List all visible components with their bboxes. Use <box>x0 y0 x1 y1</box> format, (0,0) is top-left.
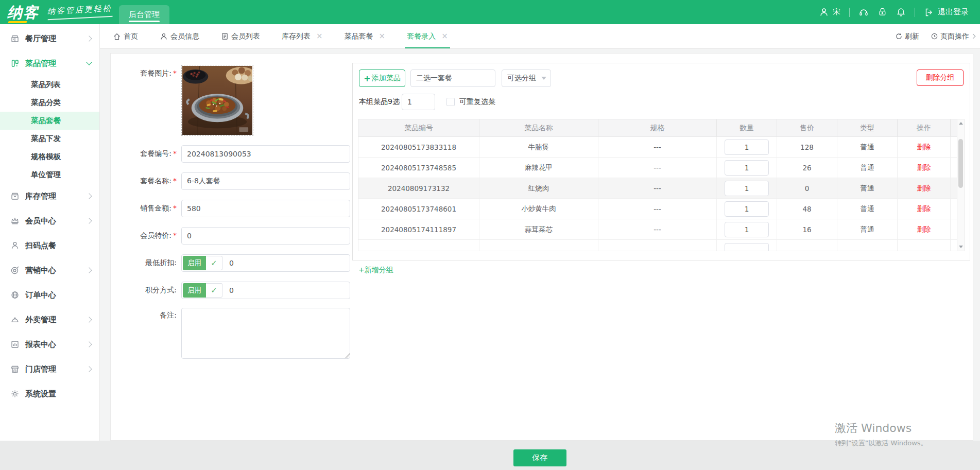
sidebar-item-order-center[interactable]: 订单中心 <box>0 283 99 307</box>
sidebar-item-stores[interactable]: 门店管理 <box>0 357 99 381</box>
sidebar-item-restaurant[interactable]: 餐厅管理 <box>0 26 99 51</box>
scroll-up-arrow[interactable] <box>957 119 964 127</box>
headset-icon[interactable] <box>858 7 869 18</box>
sidebar-item-marketing[interactable]: 营销中心 <box>0 258 99 283</box>
sidebar-subitem-label: 单位管理 <box>31 170 61 180</box>
delete-dish-link[interactable]: 删除 <box>917 204 931 214</box>
cell-dish-code: 20240805173833118 <box>358 137 479 157</box>
sidebar-subitem-dish-list[interactable]: 菜品列表 <box>0 76 99 94</box>
qty-input[interactable] <box>725 222 769 237</box>
points-value[interactable]: 0 <box>229 286 234 294</box>
group-name-input[interactable] <box>410 69 495 87</box>
add-dish-button[interactable]: + 添加菜品 <box>359 69 405 87</box>
delete-dish-link[interactable]: 删除 <box>917 143 931 152</box>
qty-input[interactable] <box>725 201 769 217</box>
table-row-partial <box>358 240 964 251</box>
logout-button[interactable]: 退出登录 <box>924 7 969 18</box>
brand-tagline: 纳客管店更轻松 <box>47 4 112 21</box>
min-discount-value[interactable]: 0 <box>229 259 234 267</box>
delete-dish-link[interactable]: 删除 <box>917 163 931 172</box>
sidebar-item-label: 系统设置 <box>25 389 56 399</box>
person-icon <box>10 241 20 250</box>
delete-dish-link[interactable]: 删除 <box>917 225 931 234</box>
refresh-button[interactable]: 刷新 <box>895 32 919 41</box>
sidebar-item-reports[interactable]: 报表中心 <box>0 332 99 357</box>
cell-dish-spec: --- <box>598 199 717 219</box>
enable-toggle-button[interactable]: 启用 <box>183 283 206 298</box>
table-row: 20240805173748601小炒黄牛肉---48普通删除 <box>358 199 964 219</box>
qty-input[interactable] <box>725 243 769 251</box>
tab-close-icon[interactable]: × <box>441 32 448 40</box>
tab-home[interactable]: 首页 <box>113 24 138 48</box>
delete-dish-link[interactable]: 删除 <box>917 184 931 193</box>
pick-count-input[interactable] <box>402 94 435 110</box>
group-type-select[interactable]: 可选分组 <box>502 69 551 87</box>
sale-amount-input[interactable] <box>181 200 350 217</box>
scroll-down-arrow[interactable] <box>957 243 964 251</box>
tab-close-icon[interactable]: × <box>316 32 323 40</box>
user-menu[interactable]: 宋 <box>819 7 840 18</box>
qty-input[interactable] <box>725 181 769 196</box>
sidebar-item-label: 报表中心 <box>25 340 56 350</box>
tab-member-list[interactable]: 会员列表 <box>221 24 260 48</box>
app-root: 纳客 纳客管店更轻松 后台管理 宋 <box>0 0 980 470</box>
watermark-line1: 激活 Windows <box>835 421 927 436</box>
sidebar-subitem-unit-management[interactable]: 单位管理 <box>0 166 99 184</box>
crown-icon <box>10 216 20 225</box>
cell-dish-type: 普通 <box>837 158 898 178</box>
combo-image-upload[interactable] <box>181 65 253 136</box>
column-header-name: 菜品名称 <box>479 119 598 136</box>
sidebar-item-inventory[interactable]: 库存管理 <box>0 184 99 208</box>
page-actions-button[interactable]: 页面操作 <box>931 32 975 41</box>
sidebar-item-label: 菜品管理 <box>25 59 56 68</box>
check-icon[interactable]: ✓ <box>206 256 222 270</box>
table-vertical-scrollbar[interactable] <box>957 119 964 251</box>
sidebar-subitem-dish-combo[interactable]: 菜品套餐 <box>0 112 99 130</box>
sidebar-item-dish-management[interactable]: 菜品管理 <box>0 51 99 76</box>
required-mark: * <box>173 231 177 239</box>
sidebar-item-takeout[interactable]: 外卖管理 <box>0 307 99 332</box>
tab-inventory-list[interactable]: 库存列表 × <box>282 24 323 48</box>
qty-input[interactable] <box>725 140 769 155</box>
sidebar-subitem-dish-dispatch[interactable]: 菜品下发 <box>0 130 99 148</box>
combo-code-input[interactable] <box>181 145 350 163</box>
cell-dish-qty <box>717 178 777 198</box>
scrollbar-thumb[interactable] <box>958 139 963 188</box>
field-label: 最低折扣: <box>121 258 177 268</box>
group-rule-row: 本组菜品9选 可重复选菜 <box>359 93 495 111</box>
footer-strip <box>0 441 980 470</box>
sidebar-subitem-dish-category[interactable]: 菜品分类 <box>0 94 99 112</box>
enable-toggle-button[interactable]: 启用 <box>183 256 206 270</box>
tab-member-info[interactable]: 会员信息 <box>160 24 199 48</box>
caret-down-icon <box>541 77 546 80</box>
repeat-checkbox[interactable] <box>446 98 455 106</box>
check-icon[interactable]: ✓ <box>206 283 222 298</box>
sidebar-subitem-spec-template[interactable]: 规格模板 <box>0 148 99 166</box>
cell-dish-qty <box>717 199 777 219</box>
add-group-link[interactable]: +新增分组 <box>358 266 393 275</box>
tab-dish-combo[interactable]: 菜品套餐 × <box>345 24 386 48</box>
combo-name-input[interactable] <box>181 172 350 190</box>
bell-icon[interactable] <box>896 7 906 17</box>
top-header: 纳客 纳客管店更轻松 后台管理 宋 <box>0 0 980 24</box>
chevron-right-icon <box>971 34 976 39</box>
sidebar-item-member-center[interactable]: 会员中心 <box>0 208 99 233</box>
tab-combo-entry[interactable]: 套餐录入 × <box>407 24 448 48</box>
tab-close-icon[interactable]: × <box>379 32 386 40</box>
qty-input[interactable] <box>725 160 769 176</box>
required-mark: * <box>173 177 177 185</box>
field-label: 套餐编号:* <box>121 149 177 159</box>
chevron-right-icon <box>86 366 92 372</box>
delete-group-button[interactable]: 删除分组 <box>917 69 964 86</box>
nav-tab-backend[interactable]: 后台管理 <box>119 5 169 24</box>
lock-icon[interactable] <box>878 7 887 17</box>
save-button[interactable]: 保存 <box>513 449 566 466</box>
member-price-input[interactable] <box>181 227 350 245</box>
form-row-image: 套餐图片:* <box>121 65 253 136</box>
remark-textarea[interactable] <box>181 308 350 359</box>
sidebar-item-settings[interactable]: 系统设置 <box>0 381 99 406</box>
sidebar-item-label: 会员中心 <box>25 216 56 226</box>
sidebar-item-scan-order[interactable]: 扫码点餐 <box>0 233 99 258</box>
cell-dish-type: 普通 <box>837 178 898 198</box>
table-row: 20240809173132红烧肉---0普通删除 <box>358 178 964 199</box>
